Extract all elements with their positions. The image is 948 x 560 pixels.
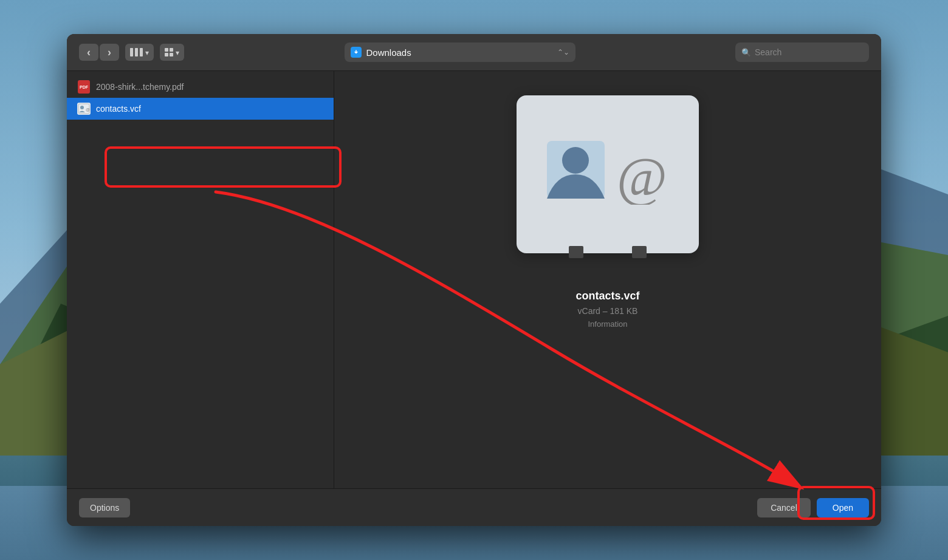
cancel-button[interactable]: Cancel bbox=[757, 498, 811, 517]
dialog-overlay: Downloads ⌃⌄ 🔍 Search PDF 2008-shirk...t… bbox=[0, 0, 948, 560]
options-button[interactable]: Options bbox=[79, 498, 130, 517]
svg-point-12 bbox=[562, 147, 589, 174]
svg-text:@: @ bbox=[617, 147, 667, 205]
at-symbol-icon: @ bbox=[617, 144, 672, 205]
location-bar[interactable]: Downloads ⌃⌄ bbox=[345, 43, 575, 62]
location-chevron-icon: ⌃⌄ bbox=[557, 48, 569, 56]
toolbar: Downloads ⌃⌄ 🔍 Search bbox=[67, 34, 881, 71]
location-text: Downloads bbox=[366, 47, 552, 58]
card-leg-left bbox=[569, 246, 583, 258]
search-bar[interactable]: 🔍 Search bbox=[735, 43, 869, 62]
file-open-dialog: Downloads ⌃⌄ 🔍 Search PDF 2008-shirk...t… bbox=[67, 34, 881, 526]
preview-info-label: Information bbox=[575, 319, 639, 329]
preview-file-type-size: vCard – 181 KB bbox=[575, 306, 639, 316]
bottom-bar: Options Cancel Open bbox=[67, 488, 881, 526]
open-button[interactable]: Open bbox=[817, 498, 869, 517]
list-item-selected[interactable]: @ contacts.vcf bbox=[67, 98, 334, 120]
file-item-name: 2008-shirk...tchemy.pdf bbox=[96, 82, 184, 92]
svg-point-9 bbox=[80, 106, 84, 109]
columns-chevron-icon bbox=[145, 48, 149, 57]
svg-text:@: @ bbox=[86, 108, 90, 112]
nav-buttons bbox=[79, 44, 119, 61]
content-area: PDF 2008-shirk...tchemy.pdf bbox=[67, 71, 881, 488]
columns-view-button[interactable] bbox=[125, 44, 154, 61]
vcf-file-icon: @ bbox=[77, 101, 91, 116]
downloads-folder-icon bbox=[351, 47, 362, 58]
grid-view-button[interactable] bbox=[160, 44, 184, 61]
file-list-panel: PDF 2008-shirk...tchemy.pdf bbox=[67, 71, 334, 488]
columns-icon bbox=[130, 48, 143, 56]
preview-file-name: contacts.vcf bbox=[575, 290, 639, 302]
person-silhouette-icon bbox=[544, 135, 611, 214]
list-item[interactable]: PDF 2008-shirk...tchemy.pdf bbox=[67, 76, 334, 98]
file-item-name-vcf: contacts.vcf bbox=[96, 104, 141, 114]
forward-button[interactable] bbox=[100, 44, 119, 61]
back-button[interactable] bbox=[79, 44, 98, 61]
forward-arrow-icon bbox=[108, 46, 111, 59]
file-info: contacts.vcf vCard – 181 KB Information bbox=[575, 290, 639, 329]
grid-icon bbox=[165, 48, 173, 56]
search-placeholder: Search bbox=[755, 47, 781, 57]
back-arrow-icon bbox=[87, 46, 91, 59]
action-buttons: Cancel Open bbox=[757, 498, 869, 517]
vcf-icon-large: @ bbox=[532, 123, 684, 226]
grid-chevron-icon bbox=[176, 48, 179, 57]
pdf-file-icon: PDF bbox=[77, 80, 91, 94]
preview-panel: @ contacts.vcf vCard – 181 KB Informatio… bbox=[334, 71, 881, 488]
file-preview-icon: @ bbox=[517, 95, 699, 253]
search-icon: 🔍 bbox=[741, 48, 751, 57]
card-leg-right bbox=[632, 246, 647, 258]
